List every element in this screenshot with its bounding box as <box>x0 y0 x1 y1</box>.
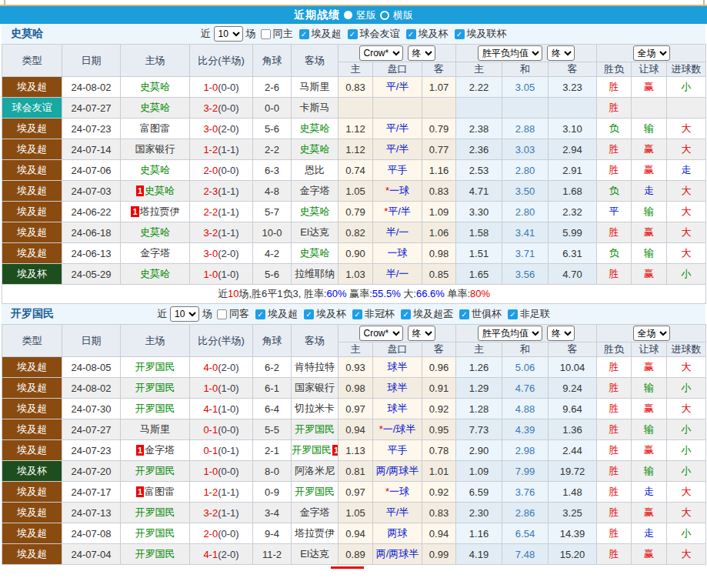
scope-select[interactable]: 全场 <box>633 45 670 61</box>
away-team-name: 金字塔 <box>300 185 330 196</box>
near-label: 近 <box>201 27 211 41</box>
col-result: 胜负 <box>597 62 632 77</box>
corner-cell: 5-5 <box>253 419 292 440</box>
league-checkbox[interactable]: ✓ <box>304 309 314 319</box>
odds-away-cell: 0.79 <box>422 119 456 139</box>
league-checkbox[interactable]: ✓ <box>406 29 416 39</box>
league-label: 埃及杯 <box>419 27 449 41</box>
odds-provider-select[interactable]: Crow* <box>359 45 403 61</box>
odds-away-cell: 0.95 <box>422 419 456 440</box>
league-checkbox[interactable]: ✓ <box>459 309 469 319</box>
date-cell: 24-07-04 <box>62 544 121 565</box>
handicap-cell: 一球 <box>373 243 422 264</box>
avg-away-cell: 3.25 <box>549 503 597 523</box>
odds-home-cell: 0.89 <box>338 544 373 565</box>
filter-controls-2: 近10场同客✓埃及超✓埃及杯✓非冠杯✓埃及超盃✓世俱杯✓非足联 <box>156 306 551 322</box>
score-cell: 2-0(0-0) <box>190 523 253 544</box>
corner-cell: 5-6 <box>253 264 292 285</box>
avg-draw-cell: 4.76 <box>502 378 549 399</box>
odds-final-select[interactable]: 终 <box>408 326 435 341</box>
corner-cell: 9-4 <box>253 523 292 544</box>
match-count-select[interactable]: 10 <box>170 306 199 322</box>
league-checkbox[interactable]: ✓ <box>299 29 309 39</box>
handicap-cell: 平/半 <box>373 503 422 523</box>
avg-home-cell: 1.51 <box>456 243 502 264</box>
avg-home-cell: 2.53 <box>456 160 502 181</box>
col-date: 日期 <box>62 45 121 77</box>
home-team-cell: 富图雷 <box>121 119 190 139</box>
home-team-name: 史莫哈 <box>140 164 170 175</box>
league-checkbox[interactable]: ✓ <box>508 309 518 319</box>
avg-home-cell: 2.36 <box>456 139 502 160</box>
away-team-cell: 开罗国民1 <box>292 440 338 461</box>
handicap-cell: 球半 <box>373 378 422 399</box>
rank-badge: 1 <box>136 445 144 456</box>
handicap-result-cell: 赢 <box>632 160 667 181</box>
home-team-name: 富图雷 <box>140 122 170 134</box>
match-row: 埃及超24-07-06史莫哈2-0(0-0)6-3恩比0.74平手1.162.5… <box>2 160 706 181</box>
corner-cell: 3-4 <box>253 503 292 523</box>
goals-result-cell: 大 <box>667 222 706 243</box>
odds-away-cell <box>422 98 456 119</box>
goals-result-cell: 大 <box>667 399 706 419</box>
date-cell: 24-05-29 <box>62 264 121 285</box>
col-type: 类型 <box>2 45 62 77</box>
goals-result-cell: 小 <box>667 378 706 399</box>
league-checkbox[interactable]: ✓ <box>352 309 362 319</box>
score-cell: 2-3(1-1) <box>190 181 253 202</box>
radio-horizontal-label[interactable]: 横版 <box>393 8 413 22</box>
date-cell: 24-07-27 <box>62 419 121 440</box>
match-count-select[interactable]: 10 <box>214 26 243 42</box>
goals-result-cell: 走 <box>667 160 706 181</box>
radio-vertical[interactable] <box>344 11 352 19</box>
league-checkbox[interactable]: ✓ <box>455 29 465 39</box>
home-team-name: 金字塔 <box>140 247 170 259</box>
goals-result-cell: 小 <box>667 77 706 98</box>
result-cell: 胜 <box>597 419 632 440</box>
avg-home-cell: 1.29 <box>456 378 502 399</box>
avg-away-cell: 2.32 <box>549 202 597 222</box>
corner-cell: 4-8 <box>253 181 292 202</box>
avg-select[interactable]: 胜平负均值 <box>478 326 542 341</box>
team-title-2: 开罗国民 <box>11 307 54 321</box>
odds-provider-select[interactable]: Crow* <box>359 326 403 341</box>
radio-horizontal[interactable] <box>380 11 389 20</box>
avg-away-cell: 3.23 <box>549 77 597 98</box>
avg-final-select[interactable]: 终 <box>547 45 575 61</box>
same-venue-checkbox[interactable] <box>217 309 227 319</box>
league-checkbox[interactable]: ✓ <box>255 309 265 319</box>
odds-home-cell: 0.97 <box>338 482 373 503</box>
league-type-cell: 埃及超 <box>2 419 62 440</box>
away-team-name: 卡斯马 <box>300 102 330 113</box>
league-checkbox[interactable]: ✓ <box>348 29 358 39</box>
odds-final-select[interactable]: 终 <box>408 45 435 61</box>
scope-select[interactable]: 全场 <box>633 326 670 341</box>
odds-home-cell: 1.12 <box>338 119 373 139</box>
avg-final-select[interactable]: 终 <box>547 326 575 341</box>
league-checkbox[interactable]: ✓ <box>401 309 411 319</box>
handicap-cell: 球半 <box>373 399 422 419</box>
col-handicap-result: 让球 <box>632 62 667 77</box>
avg-home-cell: 4.19 <box>456 544 502 565</box>
col-date: 日期 <box>62 325 121 357</box>
avg-away-cell: 6.31 <box>549 243 597 264</box>
col-handicap-result: 让球 <box>632 342 667 357</box>
same-venue-checkbox[interactable] <box>261 29 271 39</box>
match-row: 埃及超24-07-171富图雷1-2(1-1)0-9开罗国民0.97*一球0.9… <box>2 482 706 503</box>
same-venue-label: 同客 <box>229 307 249 321</box>
date-cell: 24-07-06 <box>62 160 121 181</box>
avg-draw-cell: 3.76 <box>502 482 549 503</box>
odds-home-cell: 0.79 <box>338 202 373 222</box>
handicap-result-cell: 输 <box>632 461 667 482</box>
red-text-sliver <box>331 566 364 569</box>
handicap-result-cell: 赢 <box>632 264 667 285</box>
radio-vertical-label[interactable]: 竖版 <box>356 8 376 22</box>
score-cell: 4-1(2-0) <box>190 544 253 565</box>
league-type-cell: 埃及杯 <box>2 264 62 285</box>
match-row: 埃及杯24-05-29史莫哈1-0(1-0)5-6拉维耶纳1.03半/一0.85… <box>2 264 706 285</box>
goals-result-cell: 大 <box>667 243 706 264</box>
col-avg-draw: 和 <box>502 62 549 77</box>
rank-badge: 1 <box>136 185 144 196</box>
avg-select[interactable]: 胜平负均值 <box>478 45 542 61</box>
odds-home-cell: 1.13 <box>338 440 373 461</box>
